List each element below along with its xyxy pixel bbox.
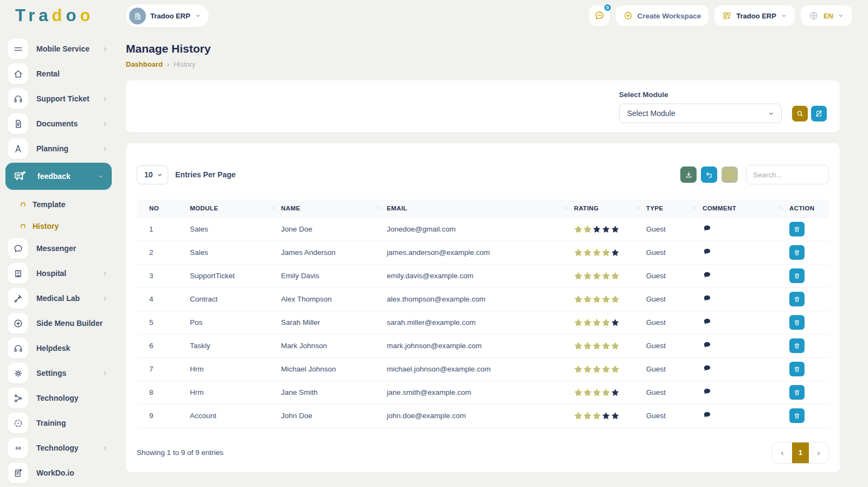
sidebar-item-label: Side Menu Builder xyxy=(36,319,103,328)
column-header-comment[interactable]: COMMENT ↑↓ xyxy=(703,200,789,217)
entries-per-page-select[interactable]: 10 xyxy=(137,165,168,184)
pagination-prev-button[interactable]: ‹ xyxy=(773,443,792,463)
delete-button[interactable] xyxy=(789,268,805,283)
cell-rating xyxy=(574,381,646,404)
workspace-selector[interactable]: Tradoo ERP xyxy=(126,4,209,27)
cell-action xyxy=(789,381,829,404)
entries-per-page-value: 10 xyxy=(144,170,153,179)
sidebar-item-settings[interactable]: Settings xyxy=(8,362,108,384)
column-header-name[interactable]: NAME ↑↓ xyxy=(281,200,387,217)
column-header-type[interactable]: TYPE ↑↓ xyxy=(646,200,703,217)
comment-bubble-icon[interactable] xyxy=(703,271,712,280)
chevron-right-icon xyxy=(101,445,108,452)
sidebar-subitem-template[interactable]: Template xyxy=(8,194,108,215)
search-button[interactable] xyxy=(792,106,808,121)
pagination-next-button[interactable]: › xyxy=(809,443,828,463)
breadcrumb-dashboard-link[interactable]: Dashboard xyxy=(126,60,163,68)
cell-action xyxy=(789,404,829,427)
main-content: Manage History Dashboard › History Selec… xyxy=(115,31,868,472)
sidebar-item-side-menu-builder[interactable]: Side Menu Builder xyxy=(8,312,108,334)
create-workspace-label: Create Workspace xyxy=(637,12,701,20)
column-header-module[interactable]: MODULE ↑↓ xyxy=(190,200,281,217)
column-header-rating[interactable]: RATING ↑↓ xyxy=(574,200,646,217)
sidebar-item-messenger[interactable]: Messenger xyxy=(8,238,108,259)
star-icon xyxy=(574,248,583,257)
sidebar-item-mobile-service[interactable]: Mobile Service xyxy=(8,38,108,60)
undo-button[interactable] xyxy=(701,166,717,183)
column-header-label: COMMENT xyxy=(703,205,736,212)
language-selector[interactable]: EN xyxy=(801,5,852,26)
delete-button[interactable] xyxy=(789,292,805,306)
sort-icon[interactable]: ↑↓ xyxy=(779,205,783,210)
chevron-right-icon xyxy=(101,46,108,53)
sidebar-item-feedback[interactable]: feedback xyxy=(5,163,112,190)
create-workspace-button[interactable]: Create Workspace xyxy=(616,5,709,26)
document-icon xyxy=(8,113,28,134)
sidebar-item-documents[interactable]: Documents xyxy=(8,113,108,134)
sidebar-item-hospital[interactable]: Hospital xyxy=(8,262,108,284)
entries-per-page-label: Entries Per Page xyxy=(175,170,235,179)
sort-icon[interactable]: ↑↓ xyxy=(564,205,567,210)
star-icon xyxy=(583,248,592,257)
comment-bubble-icon[interactable] xyxy=(703,224,712,233)
rating-stars xyxy=(574,412,620,420)
export-download-button[interactable] xyxy=(680,166,697,183)
table-row: 2 Sales James Anderson james.anderson@ex… xyxy=(137,241,829,264)
search-input[interactable] xyxy=(746,165,829,184)
delete-button[interactable] xyxy=(789,315,805,330)
sort-icon[interactable]: ↑↓ xyxy=(692,205,696,210)
sidebar-subitem-history[interactable]: History xyxy=(8,216,108,236)
sidebar-item-technology[interactable]: Technology xyxy=(8,387,108,409)
comment-bubble-icon[interactable] xyxy=(703,364,712,373)
comment-bubble-icon[interactable] xyxy=(703,341,712,350)
table-footer: Showing 1 to 9 of 9 entries ‹ 1 › xyxy=(137,442,829,464)
menu-icon xyxy=(8,39,28,59)
delete-button[interactable] xyxy=(789,362,805,376)
comment-bubble-icon[interactable] xyxy=(703,411,712,420)
sidebar-item-medical-lab[interactable]: Medical Lab xyxy=(8,287,108,309)
column-header-email[interactable]: EMAIL ↑↓ xyxy=(387,200,574,217)
star-icon xyxy=(583,412,592,420)
sidebar-item-rental[interactable]: Rental xyxy=(8,63,108,85)
pagination-current-page[interactable]: 1 xyxy=(792,443,809,463)
sort-icon[interactable]: ↑↓ xyxy=(636,205,640,210)
delete-button[interactable] xyxy=(789,245,805,260)
comment-bubble-icon[interactable] xyxy=(703,387,712,396)
cell-module: Taskly xyxy=(190,334,281,357)
messages-button[interactable]: 0 xyxy=(589,5,610,26)
sidebar-item-planning[interactable]: Planning xyxy=(8,138,108,159)
column-header-label: EMAIL xyxy=(387,205,407,212)
sidebar-item-helpdesk[interactable]: Helpdesk xyxy=(8,337,108,359)
delete-button[interactable] xyxy=(789,385,805,400)
cell-rating xyxy=(574,334,646,357)
column-header-label: NO xyxy=(149,205,159,212)
cell-comment xyxy=(703,381,789,404)
cell-action xyxy=(789,357,829,381)
sidebar-item-workdo-io[interactable]: WorkDo.io xyxy=(8,462,108,484)
sidebar-item-training[interactable]: Training xyxy=(8,412,108,434)
module-select[interactable]: Select Module xyxy=(619,104,782,123)
delete-button[interactable] xyxy=(789,222,805,236)
sidebar-item-label: Messenger xyxy=(36,244,76,253)
sidebar-item-support-ticket[interactable]: Support Ticket xyxy=(8,88,108,110)
delete-button[interactable] xyxy=(789,338,805,353)
cell-type: Guest xyxy=(646,264,703,287)
sort-icon[interactable]: ↑↓ xyxy=(271,205,275,210)
star-icon xyxy=(574,295,583,304)
reset-filter-button[interactable] xyxy=(811,106,827,121)
cell-no: 1 xyxy=(137,217,190,241)
workspace-label: Tradoo ERP xyxy=(150,12,190,20)
comment-bubble-icon[interactable] xyxy=(703,294,712,303)
sort-icon[interactable]: ↑↓ xyxy=(376,205,380,210)
delete-button[interactable] xyxy=(789,408,805,423)
syringe-icon xyxy=(8,288,28,309)
rating-stars xyxy=(574,388,620,397)
refresh-button[interactable] xyxy=(722,166,738,183)
sidebar-item-technology[interactable]: Technology xyxy=(8,437,108,459)
chevron-right-icon xyxy=(101,95,108,102)
star-icon xyxy=(583,225,592,234)
comment-bubble-icon[interactable] xyxy=(703,247,712,257)
comment-bubble-icon[interactable] xyxy=(703,317,712,326)
cell-type: Guest xyxy=(646,334,703,357)
erp-app-switcher-button[interactable]: Tradoo ERP xyxy=(714,5,795,26)
